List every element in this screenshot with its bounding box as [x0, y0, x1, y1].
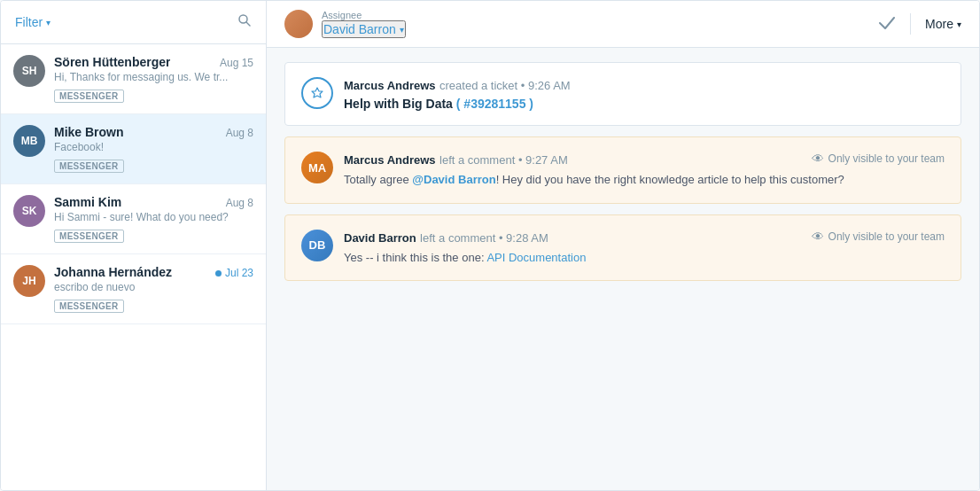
assignee-name-button[interactable]: David Barron ▾ [322, 20, 406, 38]
feed-author-david: David Barron [344, 231, 416, 245]
check-button[interactable] [878, 15, 896, 34]
conv-name-c4: Johanna Hernández [54, 265, 172, 279]
visibility-label-david: Only visible to your team [828, 230, 945, 243]
svg-line-1 [246, 22, 250, 26]
conv-preview-c4: escribo de nuevo [54, 281, 253, 293]
feed-avatar-david: DB [301, 230, 333, 261]
feed-text-david: Yes -- i think this is the one: API Docu… [344, 249, 945, 267]
avatar-c1: SH [13, 55, 45, 87]
main-header: Assignee David Barron ▾ More ▾ [267, 1, 979, 48]
feed-card-ticket-body: Marcus Andrews created a ticket • 9:26 A… [344, 77, 945, 111]
feed-visibility-marcus: 👁 Only visible to your team [812, 152, 945, 166]
assignee-avatar [284, 10, 313, 38]
eye-icon: 👁 [812, 152, 824, 166]
feed-card-comment-marcus: MA Marcus Andrews left a comment • 9:27 … [284, 136, 961, 204]
ticket-symbol [310, 86, 324, 100]
feed-meta-left: Marcus Andrews created a ticket • 9:26 A… [344, 77, 571, 93]
conversation-feed: Marcus Andrews created a ticket • 9:26 A… [267, 48, 979, 490]
header-actions: More ▾ [878, 13, 961, 35]
conv-name-c2: Mike Brown [54, 125, 124, 139]
filter-chevron-icon: ▾ [46, 18, 51, 27]
feed-meta-david: David Barron left a comment • 9:28 AM 👁 … [344, 230, 945, 246]
filter-label: Filter [15, 15, 43, 29]
conv-top-row-c2: Mike Brown Aug 8 [54, 125, 253, 139]
feed-avatar-marcus: MA [301, 152, 333, 183]
more-button[interactable]: More ▾ [925, 17, 961, 31]
conv-tag-c3: MESSENGER [54, 230, 124, 243]
sidebar: Filter ▾ SH Sören Hüttenberger Aug 15 [1, 1, 267, 490]
sidebar-header: Filter ▾ [1, 1, 266, 44]
search-icon [237, 13, 252, 27]
main-content: Assignee David Barron ▾ More ▾ [267, 1, 979, 490]
feed-author-marcus: Marcus Andrews [344, 79, 436, 92]
conv-top-row-c4: Johanna Hernández Jul 23 [54, 265, 253, 279]
filter-button[interactable]: Filter ▾ [15, 15, 51, 29]
conversation-list: SH Sören Hüttenberger Aug 15 Hi, Thanks … [1, 44, 266, 490]
conv-name-c1: Sören Hüttenberger [54, 55, 170, 69]
eye-icon-david: 👁 [812, 230, 824, 244]
assignee-section: Assignee David Barron ▾ [284, 10, 406, 38]
assignee-label: Assignee [322, 10, 406, 20]
conversation-item-c1[interactable]: SH Sören Hüttenberger Aug 15 Hi, Thanks … [1, 44, 266, 114]
search-button[interactable] [237, 13, 252, 31]
feed-meta-ticket: Marcus Andrews created a ticket • 9:26 A… [344, 77, 945, 93]
feed-card-comment-marcus-body: Marcus Andrews left a comment • 9:27 AM … [344, 152, 945, 189]
avatar-c3: SK [13, 195, 45, 227]
conv-name-c3: Sammi Kim [54, 195, 121, 209]
feed-time-david: left a comment • 9:28 AM [420, 231, 548, 245]
feed-meta-marcus-left: Marcus Andrews left a comment • 9:27 AM [344, 152, 568, 168]
feed-visibility-david: 👁 Only visible to your team [812, 230, 945, 244]
header-divider [910, 13, 911, 35]
conv-date-c2: Aug 8 [226, 127, 253, 139]
conv-date-c1: Aug 15 [220, 57, 253, 69]
feed-card-ticket: Marcus Andrews created a ticket • 9:26 A… [284, 62, 961, 126]
assignee-name-text: David Barron [323, 22, 396, 36]
assignee-chevron-icon: ▾ [400, 25, 404, 35]
feed-text-marcus: Totally agree @David Barron! Hey did you… [344, 171, 945, 189]
feed-author-marcus-comment: Marcus Andrews [344, 153, 436, 167]
api-doc-link[interactable]: API Documentation [486, 251, 586, 264]
feed-meta-david-left: David Barron left a comment • 9:28 AM [344, 230, 548, 246]
conv-preview-c1: Hi, Thanks for messaging us. We tr... [54, 71, 253, 83]
conv-preview-c3: Hi Sammi - sure! What do you need? [54, 211, 253, 223]
assignee-info: Assignee David Barron ▾ [322, 10, 406, 38]
mention-david: @David Barron [412, 173, 495, 186]
conv-content-c4: Johanna Hernández Jul 23 escribo de nuev… [54, 265, 253, 313]
more-label: More [925, 17, 953, 31]
visibility-label-marcus: Only visible to your team [828, 152, 945, 165]
avatar-c4: JH [13, 265, 45, 297]
feed-time-marcus: left a comment • 9:27 AM [439, 153, 568, 167]
feed-ticket-title: Help with Big Data ( #39281155 ) [344, 97, 945, 111]
feed-action-ticket: created a ticket • 9:26 AM [439, 79, 571, 92]
conv-tag-c2: MESSENGER [54, 160, 124, 173]
avatar-c2: MB [13, 125, 45, 157]
conv-date-c3: Aug 8 [226, 197, 253, 209]
conv-content-c3: Sammi Kim Aug 8 Hi Sammi - sure! What do… [54, 195, 253, 243]
more-chevron-icon: ▾ [957, 19, 961, 29]
conv-top-row-c3: Sammi Kim Aug 8 [54, 195, 253, 209]
conversation-item-c2[interactable]: MB Mike Brown Aug 8 Facebook! MESSENGER [1, 114, 266, 184]
conv-tag-c4: MESSENGER [54, 300, 124, 313]
feed-card-comment-david: DB David Barron left a comment • 9:28 AM… [284, 214, 961, 282]
conversation-item-c3[interactable]: SK Sammi Kim Aug 8 Hi Sammi - sure! What… [1, 184, 266, 254]
conv-content-c1: Sören Hüttenberger Aug 15 Hi, Thanks for… [54, 55, 253, 103]
check-icon [878, 17, 896, 29]
conv-preview-c2: Facebook! [54, 141, 253, 153]
app-container: Filter ▾ SH Sören Hüttenberger Aug 15 [0, 0, 980, 491]
unread-dot [215, 270, 222, 277]
feed-card-comment-david-body: David Barron left a comment • 9:28 AM 👁 … [344, 230, 945, 267]
conv-tag-c1: MESSENGER [54, 90, 124, 103]
ticket-ref-link[interactable]: ( #39281155 ) [456, 97, 533, 111]
feed-meta-marcus: Marcus Andrews left a comment • 9:27 AM … [344, 152, 945, 168]
conv-content-c2: Mike Brown Aug 8 Facebook! MESSENGER [54, 125, 253, 173]
conversation-item-c4[interactable]: JH Johanna Hernández Jul 23 escribo de n… [1, 254, 266, 324]
conv-top-row-c1: Sören Hüttenberger Aug 15 [54, 55, 253, 69]
ticket-icon [301, 77, 333, 109]
conv-date-c4: Jul 23 [215, 267, 253, 279]
